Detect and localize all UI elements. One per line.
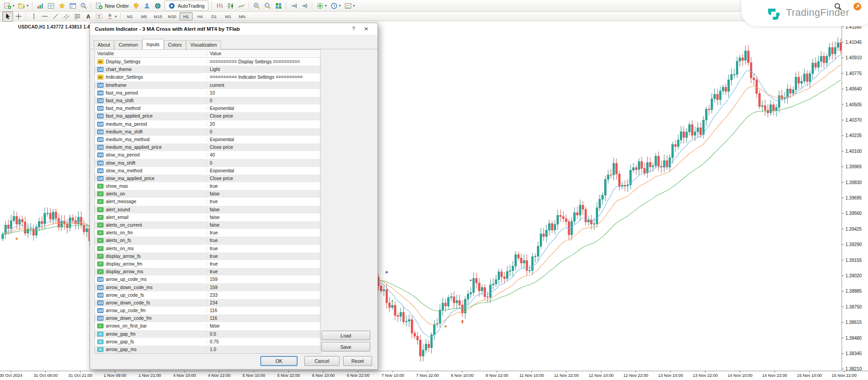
timeframe-h1-button[interactable]: H1 [179,12,193,20]
param-value[interactable]: 40 [207,152,320,157]
param-value[interactable]: false [207,215,320,220]
param-row-arrows_on_first_bar[interactable]: ✓arrows_on_first_barfalse [95,322,320,330]
param-row-arrow_down_code_fs[interactable]: 123arrow_down_code_fs234 [95,299,320,307]
terminal-button[interactable] [67,0,78,11]
param-row-display_arrow_fs[interactable]: ✓display_arrow_fstrue [95,252,320,260]
param-value[interactable]: 234 [207,300,320,305]
param-row-slow_ma_applied_price[interactable]: 123slow_ma_applied_priceClose price [95,175,320,182]
param-row-timeframe[interactable]: 123timeframecurrent [95,81,320,89]
param-value[interactable]: false [207,323,320,328]
param-value[interactable]: 159 [207,285,320,290]
timeframe-m1-button[interactable]: M1 [123,12,137,20]
zoom-in-button[interactable] [251,0,262,11]
capture-badge-button[interactable] [851,1,863,12]
param-value[interactable]: ========== Display Settings ========== [207,59,320,64]
timeframe-d1-button[interactable]: D1 [208,12,221,20]
horizontal-line-button[interactable] [39,11,50,22]
load-button[interactable]: Load [321,331,370,340]
fibonacci-button[interactable] [72,11,83,22]
param-value[interactable]: false [207,191,320,196]
param-value[interactable]: true [207,269,320,274]
chart-shift-button[interactable] [299,0,310,11]
new-chart-button[interactable]: ▾ [2,0,16,11]
param-value[interactable]: ========== Indicator Settings ========== [207,75,320,80]
data-window-button[interactable] [46,0,57,11]
param-row-alerts_on_fs[interactable]: ✓alerts_on_fstrue [95,237,320,244]
param-value[interactable]: current [207,83,320,88]
param-value[interactable]: true [207,238,320,243]
param-value[interactable]: 0 [207,161,320,166]
param-row-slow_ma_shift[interactable]: 123slow_ma_shift0 [95,159,320,166]
param-row-display_arrow_ms[interactable]: ✓display_arrow_mstrue [95,268,320,276]
close-icon[interactable]: ✕ [360,24,373,33]
param-row-display_arrow_fm[interactable]: ✓display_arrow_fmtrue [95,260,320,268]
bar-chart-mode-button[interactable] [214,0,225,11]
timeframe-m30-button[interactable]: M30 [165,12,179,20]
vertical-line-button[interactable] [28,11,39,22]
param-row-Display_Settings[interactable]: abDisplay_Settings========== Display Set… [95,58,320,66]
new-order-button[interactable]: New Order [94,0,131,11]
param-value[interactable]: 0 [207,129,320,134]
tab-inputs[interactable]: Inputs [142,39,164,49]
param-row-chart_theme[interactable]: 123chart_themeLight [95,66,320,73]
timeframe-h4-button[interactable]: H4 [193,12,207,20]
param-row-arrow_up_code_ms[interactable]: 123arrow_up_code_ms159 [95,276,320,283]
param-row-alerts_on[interactable]: ✓alerts_onfalse [95,190,320,198]
param-row-arrow_down_code_fm[interactable]: 123arrow_down_code_fm116 [95,314,320,322]
periods-button[interactable]: ▾ [329,0,343,11]
ok-button[interactable]: OK [260,356,297,366]
param-row-alerts_on_ms[interactable]: ✓alerts_on_mstrue [95,245,320,252]
param-row-alerts_on_fm[interactable]: ✓alerts_on_fmtrue [95,229,320,237]
autotrading-button[interactable]: AutoTrading [165,0,208,11]
arrows-button[interactable]: ▾ [104,11,118,22]
param-row-fast_ma_period[interactable]: 123fast_ma_period10 [95,89,320,97]
param-row-slow_ma_method[interactable]: 123slow_ma_methodExponential [95,167,320,175]
trendline-button[interactable] [50,11,61,22]
param-row-fast_ma_shift[interactable]: 123fast_ma_shift0 [95,97,320,104]
param-row-fast_ma_applied_price[interactable]: 123fast_ma_applied_priceClose price [95,112,320,120]
param-value[interactable]: true [207,184,320,189]
param-value[interactable]: Light [207,67,320,72]
param-value[interactable]: 116 [207,316,320,321]
templates-button[interactable]: ▾ [343,0,357,11]
param-row-alerts_on_current[interactable]: ✓alerts_on_currentfalse [95,221,320,229]
param-value[interactable]: 0 [207,98,320,103]
param-row-arrow_down_code_ms[interactable]: 123arrow_down_code_ms159 [95,283,320,291]
search-button[interactable] [832,1,844,12]
param-row-slow_ma_period[interactable]: 123slow_ma_period40 [95,151,320,159]
tile-windows-button[interactable] [273,0,284,11]
community-button[interactable] [142,0,152,11]
param-row-alert_message[interactable]: ✓alert_messagetrue [95,198,320,205]
param-row-medium_ma_method[interactable]: 123medium_ma_methodExponential [95,136,320,143]
help-button[interactable]: ? [347,24,360,33]
param-value[interactable]: true [207,261,320,266]
param-row-medium_ma_period[interactable]: 123medium_ma_period20 [95,120,320,128]
navigator-button[interactable] [57,0,67,11]
timeframe-mn-button[interactable]: MN [236,12,249,20]
param-row-arrow_gap_fs[interactable]: ½arrow_gap_fs0.75 [95,338,320,346]
param-value[interactable]: 1.0 [207,347,320,352]
param-row-medium_ma_shift[interactable]: 123medium_ma_shift0 [95,128,320,136]
param-value[interactable]: 0.75 [207,339,320,344]
crosshair-button[interactable] [13,11,24,22]
param-row-Indicator_Settings[interactable]: abIndicator_Settings========== Indicator… [95,73,320,81]
param-value[interactable]: Close price [207,114,320,119]
param-row-medium_ma_applied_price[interactable]: 123medium_ma_applied_priceClose price [95,143,320,151]
param-row-alert_email[interactable]: ✓alert_emailfalse [95,214,320,221]
timeframe-w1-button[interactable]: W1 [222,12,235,20]
text-label-button[interactable]: T [94,11,104,22]
param-row-show_mas[interactable]: ✓show_mastrue [95,182,320,190]
text-button[interactable]: A [83,11,94,22]
param-value[interactable]: 10 [207,90,320,95]
param-row-arrow_gap_fm[interactable]: ½arrow_gap_fm0.5 [95,330,320,338]
resize-grip[interactable]: ⋱ [373,365,377,369]
param-row-arrow_up_code_fm[interactable]: 123arrow_up_code_fm116 [95,307,320,314]
param-value[interactable]: 20 [207,122,320,127]
param-value[interactable]: 159 [207,277,320,282]
param-row-fast_ma_method[interactable]: 123fast_ma_methodExponential [95,104,320,112]
param-value[interactable]: true [207,254,320,259]
tab-common[interactable]: Common [114,40,142,49]
dialog-title-bar[interactable]: Custom Indicator - 3 MA Cross with Alert… [90,23,377,35]
param-value[interactable]: true [207,246,320,251]
param-value[interactable]: true [207,230,320,235]
